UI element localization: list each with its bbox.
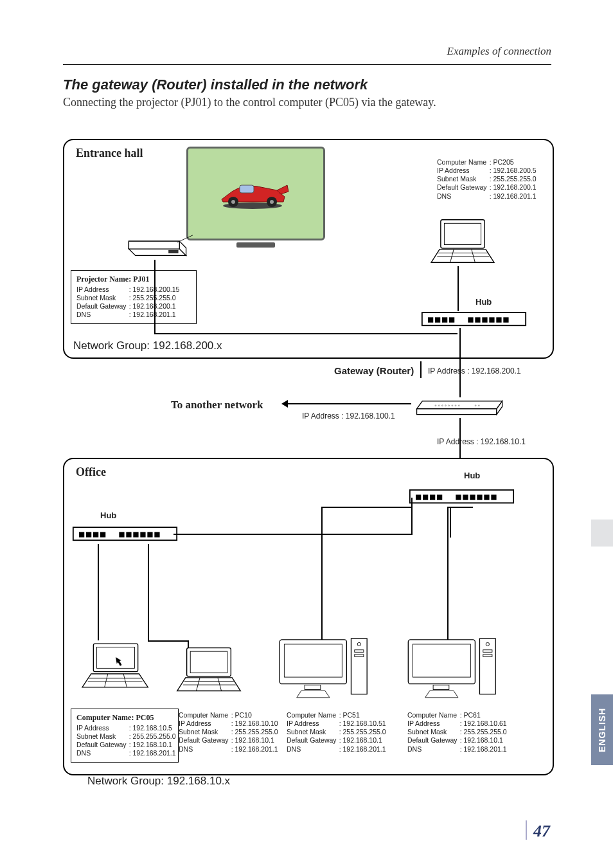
- section-lede: Connecting the projector (PJ01) to the c…: [63, 96, 551, 109]
- svg-rect-25: [482, 317, 487, 322]
- laptop-icon: [71, 640, 161, 691]
- segment-title-office: Office: [76, 466, 106, 479]
- svg-rect-62: [147, 532, 152, 537]
- projector-info-table: IP Address: 192.168.200.15 Subnet Mask: …: [76, 285, 182, 320]
- segment-title: Entrance hall: [76, 147, 143, 160]
- breadcrumb: Examples of connection: [63, 45, 551, 58]
- svg-marker-30: [417, 409, 497, 415]
- laptop-icon: [424, 216, 501, 266]
- svg-rect-24: [475, 317, 480, 322]
- svg-rect-57: [100, 532, 105, 537]
- svg-rect-82: [351, 638, 367, 694]
- svg-rect-44: [423, 494, 428, 500]
- svg-rect-43: [416, 494, 421, 500]
- svg-rect-46: [437, 494, 442, 500]
- hub-label-left: Hub: [100, 511, 116, 520]
- svg-rect-1: [240, 185, 254, 193]
- router-icon: [411, 392, 504, 417]
- svg-rect-49: [470, 494, 475, 500]
- svg-rect-63: [154, 532, 159, 537]
- hub-label-top: Hub: [475, 297, 492, 307]
- svg-rect-8: [129, 241, 179, 249]
- gateway-ip-top: IP Address : 192.168.200.1: [428, 366, 521, 375]
- svg-rect-58: [119, 532, 124, 537]
- svg-rect-80: [305, 685, 321, 689]
- laptop-icon: [167, 644, 251, 694]
- svg-rect-65: [97, 647, 135, 668]
- header-rule: [63, 64, 551, 65]
- svg-rect-59: [126, 532, 131, 537]
- projector-icon: [122, 230, 193, 261]
- network-group-top: Network Group: 192.168.200.x: [73, 339, 222, 352]
- projector-info-title: Projector Name: PJ01: [76, 275, 191, 284]
- pc05-info-box: Computer Name: PC05 IP Address: 192.168.…: [71, 709, 179, 763]
- svg-rect-52: [491, 494, 496, 500]
- svg-rect-51: [484, 494, 489, 500]
- gateway-ip-mid: IP Address : 192.168.100.1: [302, 411, 395, 420]
- svg-rect-72: [190, 651, 227, 673]
- projector-info-box: Projector Name: PJ01 IP Address: 192.168…: [71, 270, 197, 324]
- gateway-label: Gateway (Router): [334, 365, 414, 376]
- pc10-info: Computer Name: PC10 IP Address: 192.168.…: [179, 711, 281, 754]
- svg-rect-45: [430, 494, 435, 500]
- svg-marker-13: [431, 249, 494, 262]
- pc61-info: Computer Name: PC61 IP Address: 192.168.…: [407, 711, 510, 754]
- racecar-icon: [214, 177, 291, 210]
- pc51-info: Computer Name: PC51 IP Address: 192.168.…: [287, 711, 389, 754]
- pc05-title: Computer Name: PC05: [76, 713, 173, 723]
- hub-icon: [421, 311, 527, 329]
- hub-label-right: Hub: [464, 471, 480, 480]
- svg-rect-28: [503, 317, 508, 322]
- svg-rect-50: [477, 494, 482, 500]
- svg-rect-9: [168, 250, 178, 253]
- svg-rect-27: [496, 317, 501, 322]
- hub-icon: [72, 526, 178, 544]
- svg-marker-81: [297, 691, 330, 698]
- svg-rect-47: [456, 494, 461, 500]
- svg-marker-66: [82, 674, 148, 687]
- svg-rect-55: [86, 532, 91, 537]
- svg-marker-73: [177, 678, 240, 691]
- svg-rect-88: [433, 685, 449, 689]
- language-tab: ENGLISH: [591, 694, 613, 765]
- svg-line-10: [177, 230, 193, 242]
- to-another-network: To another network: [171, 399, 263, 411]
- hub-icon: [409, 489, 515, 507]
- desktop-icon: [276, 633, 373, 703]
- gateway-ip-bottom: IP Address : 192.168.10.1: [437, 437, 526, 446]
- svg-rect-56: [93, 532, 98, 537]
- segment-office: Office Hub Hub: [63, 458, 554, 775]
- svg-rect-26: [489, 317, 494, 322]
- side-indicator: [591, 520, 613, 547]
- svg-rect-23: [468, 317, 473, 322]
- network-group-bottom: Network Group: 192.168.10.x: [87, 775, 230, 788]
- section-title: The gateway (Router) installed in the ne…: [63, 77, 551, 93]
- svg-rect-61: [140, 532, 145, 537]
- projection-screen-icon: [186, 147, 325, 240]
- svg-rect-12: [444, 223, 481, 244]
- svg-rect-60: [133, 532, 138, 537]
- svg-rect-20: [435, 317, 440, 322]
- svg-point-5: [270, 200, 274, 204]
- svg-point-3: [231, 200, 235, 204]
- svg-rect-48: [463, 494, 468, 500]
- segment-entrance-hall: Entrance hall Projector Name: PJ01 IP Ad…: [63, 139, 554, 359]
- desktop-icon: [405, 633, 501, 703]
- svg-rect-79: [284, 644, 342, 677]
- svg-rect-90: [479, 638, 495, 694]
- page-number: 47: [533, 822, 550, 841]
- svg-rect-21: [442, 317, 447, 322]
- svg-rect-22: [449, 317, 454, 322]
- svg-rect-54: [79, 532, 84, 537]
- svg-rect-19: [428, 317, 433, 322]
- svg-rect-87: [413, 644, 470, 677]
- svg-marker-89: [425, 691, 458, 698]
- arrow-left-icon: [281, 400, 288, 408]
- pc205-info: Computer Name: PC205 IP Address: 192.168…: [437, 158, 539, 201]
